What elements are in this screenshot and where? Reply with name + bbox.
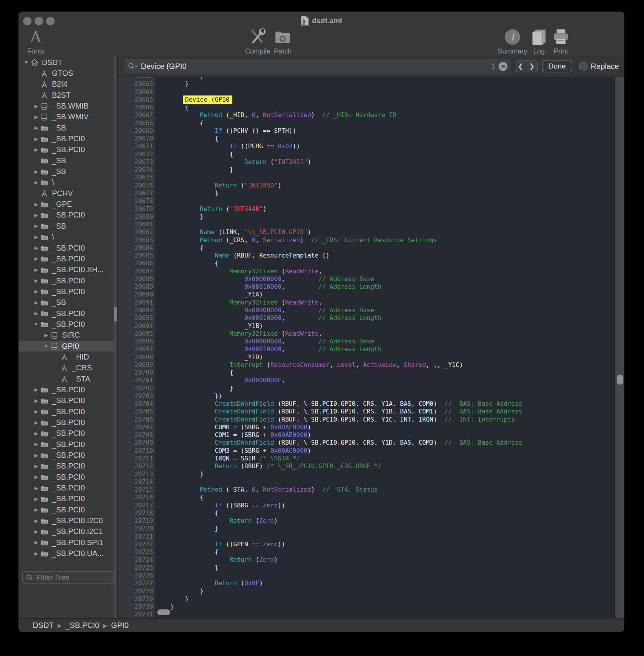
chevron-right-icon[interactable]: ▶ <box>32 453 40 458</box>
tree-item-sb[interactable]: ▶_SB <box>18 166 113 177</box>
print-button[interactable]: Print <box>547 28 574 55</box>
filter-input[interactable] <box>36 573 110 582</box>
chevron-right-icon[interactable]: ▶ <box>32 409 40 414</box>
tree-item-sb-pci0[interactable]: ▶_SB.PCI0 <box>18 439 113 450</box>
tree-item-sb-pci0[interactable]: ▶_SB.PCI0 <box>18 472 113 482</box>
summary-button[interactable]: i Summary <box>493 28 532 55</box>
tree-item-sta[interactable]: _STA <box>18 373 113 384</box>
tree-item-sb-pci0[interactable]: ▶_SB.PCI0 <box>18 461 113 472</box>
chevron-right-icon[interactable]: ▶ <box>32 518 40 524</box>
chevron-right-icon[interactable]: ▶ <box>32 431 40 436</box>
chevron-right-icon[interactable]: ▶ <box>32 278 40 283</box>
horizontal-scrollbar-thumb[interactable] <box>157 609 170 615</box>
chevron-right-icon[interactable]: ▶ <box>32 136 40 142</box>
tree-item-sb-pci0-i2c0[interactable]: ▶_SB.PCI0.I2C0 <box>18 515 113 526</box>
chevron-right-icon[interactable]: ▶ <box>32 169 40 174</box>
tree-item-sb-pci0[interactable]: ▶_SB.PCI0 <box>18 406 113 417</box>
chevron-right-icon[interactable]: ▶ <box>32 387 40 392</box>
tree-item-sb-pci0-xh[interactable]: ▶_SB.PCI0.XH... <box>18 264 113 275</box>
tree-item-sb-pci0[interactable]: ▶_SB.PCI0 <box>18 243 113 253</box>
patch-button[interactable]: Patch <box>267 28 298 55</box>
tree-item-sb-pci0[interactable]: ▶_SB.PCI0 <box>18 286 113 297</box>
chevron-right-icon[interactable]: ▶ <box>32 496 40 502</box>
tree-item-crs[interactable]: _CRS <box>18 363 113 373</box>
chevron-right-icon[interactable]: ▶ <box>32 420 40 425</box>
chevron-right-icon[interactable]: ▶ <box>32 507 40 512</box>
tree-item-sb-pci0-spi1[interactable]: ▶_SB.PCI0.SPI1 <box>18 537 113 548</box>
code-editor[interactable]: 20662 }20663 }2066420665 Device (GPI0206… <box>118 77 624 618</box>
tree-item-sb-pci0[interactable]: ▶_SB.PCI0 <box>18 395 113 406</box>
chevron-down-icon[interactable]: ▼ <box>42 343 50 349</box>
chevron-right-icon[interactable]: ▶ <box>32 125 40 131</box>
tree-item-sb-pci0[interactable]: ▶_SB.PCI0 <box>18 482 113 493</box>
tree-item-sb-pci0[interactable]: ▶_SB.PCI0 <box>18 133 113 144</box>
tree-item-sb[interactable]: ▶_SB <box>18 221 113 231</box>
tree-item-sb-pci0-i2c1[interactable]: ▶_SB.PCI0.I2C1 <box>18 526 113 537</box>
chevron-right-icon[interactable]: ▶ <box>32 147 40 152</box>
clear-search-icon[interactable]: ✕ <box>499 62 507 71</box>
sidebar-scrollbar-thumb[interactable] <box>114 307 117 321</box>
chevron-right-icon[interactable]: ▶ <box>42 333 50 338</box>
tree-item-sb[interactable]: ▶_SB <box>18 297 113 308</box>
chevron-right-icon[interactable]: ▶ <box>32 213 40 218</box>
chevron-right-icon[interactable]: ▶ <box>32 529 40 534</box>
tree-item-sb-pci0[interactable]: ▶_SB.PCI0 <box>18 144 113 155</box>
chevron-right-icon[interactable]: ▶ <box>32 485 40 491</box>
chevron-right-icon[interactable]: ▶ <box>32 223 40 229</box>
chevron-right-icon[interactable]: ▶ <box>32 256 40 261</box>
chevron-right-icon[interactable]: ▶ <box>32 540 40 545</box>
chevron-right-icon[interactable]: ▶ <box>32 234 40 240</box>
tree-item-sb-pci0[interactable]: ▶_SB.PCI0 <box>18 308 113 319</box>
chevron-right-icon[interactable]: ▶ <box>32 245 40 251</box>
chevron-right-icon[interactable]: ▶ <box>32 311 40 316</box>
tree-item-sb-pci0[interactable]: ▶_SB.PCI0 <box>18 428 113 439</box>
vertical-scrollbar[interactable] <box>616 77 624 618</box>
tree-item-sb-pci0[interactable]: ▶_SB.PCI0 <box>18 494 113 504</box>
chevron-right-icon[interactable]: ▶ <box>32 289 40 294</box>
chevron-right-icon[interactable]: ▶ <box>32 464 40 469</box>
tree-item-[interactable]: ▶\ <box>18 232 113 243</box>
tree-item-sb-wmib[interactable]: ▶_SB.WMIB <box>18 100 113 111</box>
chevron-right-icon[interactable]: ▶ <box>32 398 40 403</box>
search-input[interactable] <box>141 62 491 71</box>
tree-item-b2st[interactable]: B2ST <box>18 90 113 100</box>
chevron-right-icon[interactable]: ▶ <box>32 114 40 120</box>
breadcrumb-item[interactable]: _SB.PCI0 <box>65 621 99 630</box>
tree-item-sb-pci0[interactable]: ▶_SB.PCI0 <box>18 210 113 221</box>
search-field[interactable]: 1 ✕ <box>124 59 511 74</box>
tree-item-b2i4[interactable]: B2I4 <box>18 79 113 90</box>
sidebar-scrollbar[interactable] <box>113 56 117 618</box>
chevron-right-icon[interactable]: ▶ <box>32 300 40 305</box>
tree-item-sb[interactable]: _SB <box>18 155 113 166</box>
breadcrumb-item[interactable]: GPI0 <box>111 621 129 630</box>
tree-item-sirc[interactable]: ▶SIRC <box>18 330 113 341</box>
chevron-down-icon[interactable]: ▼ <box>22 60 30 65</box>
chevron-right-icon[interactable]: ▶ <box>32 104 40 109</box>
tree-item-gtos[interactable]: GTOS <box>18 68 113 79</box>
log-button[interactable]: Log <box>527 28 551 55</box>
find-next-button[interactable]: ❯ <box>526 61 537 72</box>
chevron-right-icon[interactable]: ▶ <box>32 551 40 556</box>
tree-item-sb-pci0[interactable]: ▶_SB.PCI0 <box>18 450 113 460</box>
filter-field[interactable] <box>22 571 114 584</box>
tree-item-sb-wmiv[interactable]: ▶_SB.WMIV <box>18 112 113 122</box>
tree-item-sb-pci0[interactable]: ▼_SB.PCI0 <box>18 319 113 330</box>
chevron-right-icon[interactable]: ▶ <box>32 202 40 207</box>
tree-item-sb-pci0[interactable]: ▶_SB.PCI0 <box>18 275 113 286</box>
tree-item-sb-pci0[interactable]: ▶_SB.PCI0 <box>18 253 113 264</box>
find-previous-button[interactable]: ❮ <box>515 61 526 72</box>
chevron-right-icon[interactable]: ▶ <box>32 267 40 273</box>
tree-item-pchv[interactable]: PCHV <box>18 188 113 199</box>
chevron-right-icon[interactable]: ▶ <box>32 442 40 447</box>
tree-item-gpi0[interactable]: ▼GPI0 <box>18 341 113 351</box>
tree-item-sb[interactable]: ▶_SB <box>18 122 113 133</box>
chevron-right-icon[interactable]: ▶ <box>32 180 40 185</box>
chevron-down-icon[interactable]: ▼ <box>32 321 40 327</box>
tree-item-hid[interactable]: _HID <box>18 351 113 362</box>
done-button[interactable]: Done <box>542 60 572 72</box>
tree-item-sb-pci0[interactable]: ▶_SB.PCI0 <box>18 417 113 428</box>
dsdt-tree[interactable]: ▼DSDTGTOSB2I4B2ST▶_SB.WMIB▶_SB.WMIV▶_SB▶… <box>18 57 113 559</box>
tree-item-sb-pci0-ua[interactable]: ▶_SB.PCI0.UA... <box>18 548 113 559</box>
tree-item-dsdt[interactable]: ▼DSDT <box>18 57 113 68</box>
replace-checkbox[interactable] <box>579 62 587 70</box>
